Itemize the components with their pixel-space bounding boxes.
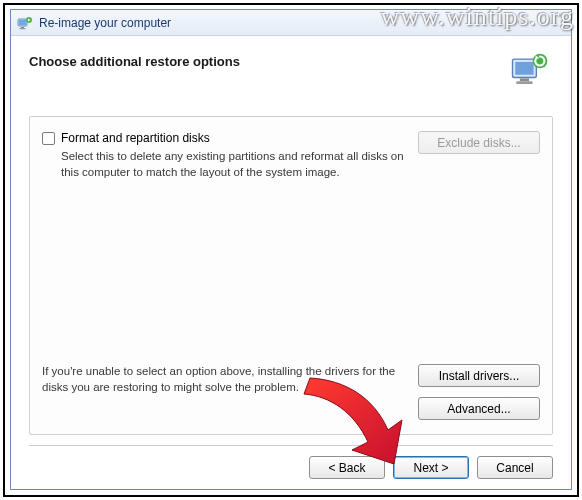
svg-rect-7 xyxy=(520,78,529,81)
format-checkbox[interactable] xyxy=(42,132,55,145)
exclude-disks-button: Exclude disks... xyxy=(418,131,540,154)
reimage-icon xyxy=(17,15,33,31)
format-checkbox-label: Format and repartition disks xyxy=(61,131,210,145)
driver-hint-text: If you're unable to select an option abo… xyxy=(42,364,408,395)
page-heading: Choose additional restore options xyxy=(29,54,240,69)
svg-rect-3 xyxy=(20,28,26,29)
wizard-button-bar: < Back Next > Cancel xyxy=(29,445,553,479)
computer-restore-icon xyxy=(505,48,553,96)
titlebar: Re-image your computer xyxy=(11,10,571,36)
driver-hint-row: If you're unable to select an option abo… xyxy=(42,364,540,420)
svg-rect-6 xyxy=(515,62,533,75)
wizard-window: Re-image your computer Choose additional… xyxy=(10,9,572,490)
client-area: Choose additional restore options xyxy=(11,36,571,489)
advanced-button[interactable]: Advanced... xyxy=(418,397,540,420)
svg-rect-8 xyxy=(516,81,533,84)
cancel-button[interactable]: Cancel xyxy=(477,456,553,479)
install-drivers-button[interactable]: Install drivers... xyxy=(418,364,540,387)
header-row: Choose additional restore options xyxy=(29,48,553,96)
back-button[interactable]: < Back xyxy=(309,456,385,479)
svg-rect-1 xyxy=(19,20,26,25)
format-checkbox-row[interactable]: Format and repartition disks xyxy=(42,131,408,145)
next-button[interactable]: Next > xyxy=(393,456,469,479)
format-option-row: Format and repartition disks Select this… xyxy=(42,131,540,180)
svg-rect-2 xyxy=(21,27,24,28)
options-panel: Format and repartition disks Select this… xyxy=(29,116,553,435)
format-help-text: Select this to delete any existing parti… xyxy=(42,149,408,180)
window-title: Re-image your computer xyxy=(39,16,171,30)
